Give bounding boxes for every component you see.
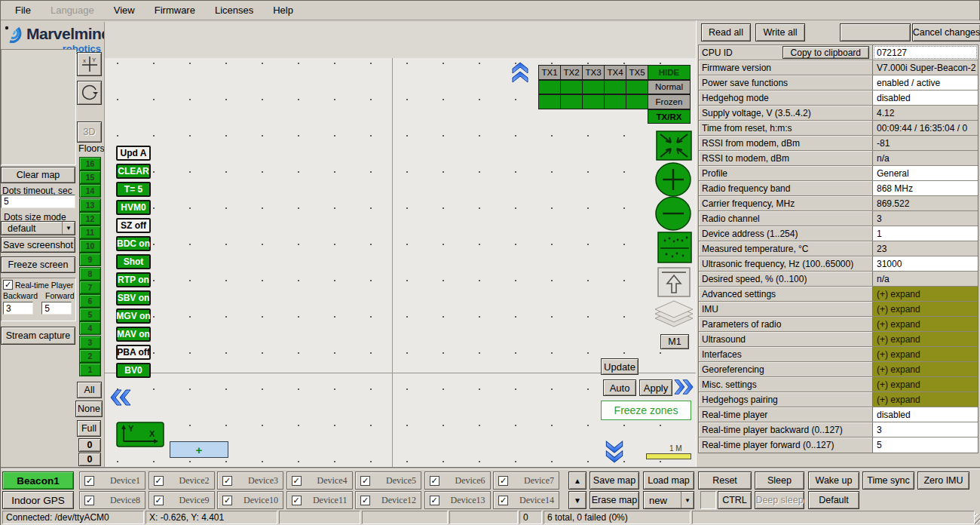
fit-to-screen-button[interactable]: [656, 130, 692, 161]
indoor-gps-tab[interactable]: Indoor GPS: [2, 491, 74, 509]
floor-button-13[interactable]: 13: [79, 198, 101, 212]
floor-button-16[interactable]: 16: [79, 157, 101, 170]
tx-row-label-normal[interactable]: Normal: [648, 80, 691, 95]
menu-item-view[interactable]: View: [104, 1, 145, 20]
param-value[interactable]: 31000: [873, 256, 978, 271]
device-toggle-device8[interactable]: ✓Device8: [79, 491, 145, 509]
param-value[interactable]: 868 MHz: [873, 181, 978, 195]
read-all-button[interactable]: Read all: [701, 23, 751, 41]
device-scroll-up-button[interactable]: ▲: [568, 471, 586, 490]
view-3d-button[interactable]: 3D: [77, 121, 102, 143]
floors-zero-top-button[interactable]: 0: [78, 438, 101, 452]
overlay-button-bv0[interactable]: BV0: [116, 363, 151, 378]
param-value[interactable]: 23: [873, 241, 978, 256]
wake-up-button[interactable]: Wake up: [808, 471, 859, 490]
tx-header-tx2[interactable]: TX2: [560, 65, 583, 80]
freeze-zones-button[interactable]: Freeze zones: [601, 401, 691, 420]
menu-item-licenses[interactable]: Licenses: [205, 1, 263, 20]
floor-button-12[interactable]: 12: [79, 212, 101, 226]
param-value[interactable]: disabled: [873, 91, 978, 105]
param-value[interactable]: (+) expand: [873, 287, 978, 301]
overlay-button-upd-a[interactable]: Upd A: [116, 146, 151, 161]
apply-button[interactable]: Apply: [639, 379, 672, 396]
device-checkbox[interactable]: ✓: [84, 476, 94, 486]
param-value[interactable]: (+) expand: [873, 332, 978, 346]
device-toggle-device13[interactable]: ✓Device13: [424, 491, 491, 509]
load-map-button[interactable]: Load map: [643, 471, 694, 490]
param-value[interactable]: n/a: [873, 151, 978, 165]
zoom-out-button[interactable]: [655, 196, 691, 231]
overlay-button-bdc-on[interactable]: BDC on: [116, 236, 151, 251]
param-value[interactable]: V7.000i Super-Beacon-2: [873, 60, 978, 75]
tx-cell-tx2-r2[interactable]: [560, 94, 583, 109]
floor-button-4[interactable]: 4: [79, 321, 101, 335]
tx-cell-tx3-r2[interactable]: [582, 94, 605, 109]
save-map-button[interactable]: Save map: [590, 471, 639, 490]
map-orientation-icon[interactable]: Y X: [116, 422, 164, 447]
overlay-button-sz-off[interactable]: SZ off: [116, 218, 151, 233]
m1-button[interactable]: M1: [660, 334, 689, 349]
collapse-down-icon[interactable]: [604, 440, 625, 464]
tx-cell-tx2-r1[interactable]: [560, 80, 583, 95]
device-toggle-device11[interactable]: ✓Device11: [286, 491, 353, 509]
device-toggle-device9[interactable]: ✓Device9: [149, 491, 215, 509]
overlay-button-rtp-on[interactable]: RTP on: [116, 272, 151, 287]
copy-to-clipboard-button[interactable]: Copy to clipboard: [782, 46, 869, 59]
dots-timeout-input[interactable]: [1, 195, 75, 208]
erase-map-button[interactable]: Erase map: [590, 491, 639, 509]
overlay-button-mav-on[interactable]: MAV on: [116, 327, 151, 342]
device-toggle-device14[interactable]: ✓Device14: [493, 491, 559, 509]
tx-header-tx4[interactable]: TX4: [604, 65, 626, 80]
device-toggle-device1[interactable]: ✓Device1: [79, 471, 145, 490]
rotate-view-button[interactable]: [77, 81, 102, 105]
param-value[interactable]: -81: [873, 136, 978, 150]
zoom-in-button[interactable]: [655, 162, 691, 197]
add-submap-button[interactable]: +: [170, 441, 228, 458]
collapse-up-icon[interactable]: [510, 61, 530, 84]
device-checkbox[interactable]: ✓: [154, 476, 164, 486]
device-toggle-device5[interactable]: ✓Device5: [355, 471, 421, 490]
floor-button-1[interactable]: 1: [79, 363, 101, 376]
overlay-button-clear[interactable]: CLEAR: [116, 164, 151, 179]
overlay-button-hvm0[interactable]: HVM0: [116, 200, 151, 215]
time-sync-button[interactable]: Time sync: [862, 471, 914, 490]
auto-button[interactable]: Auto: [603, 379, 636, 396]
upload-map-button[interactable]: [657, 267, 691, 297]
device-toggle-device4[interactable]: ✓Device4: [286, 471, 353, 490]
device-checkbox[interactable]: ✓: [360, 496, 370, 505]
floors-all-button[interactable]: All: [77, 382, 102, 398]
param-value[interactable]: 3: [873, 422, 978, 437]
forward-input[interactable]: [41, 302, 72, 315]
floors-zero-bottom-button[interactable]: 0: [78, 453, 101, 466]
device-checkbox[interactable]: ✓: [430, 496, 439, 505]
update-button[interactable]: Update: [601, 358, 639, 375]
floor-button-9[interactable]: 9: [79, 253, 101, 266]
clear-map-button[interactable]: Clear map: [1, 167, 75, 183]
device-checkbox[interactable]: ✓: [430, 476, 439, 486]
param-value[interactable]: General: [873, 166, 978, 180]
floor-button-14[interactable]: 14: [79, 184, 101, 198]
device-checkbox[interactable]: ✓: [498, 476, 508, 486]
device-toggle-device6[interactable]: ✓Device6: [424, 471, 491, 490]
save-screenshot-button[interactable]: Save screenshot: [1, 237, 75, 253]
xy-view-button[interactable]: x Y: [77, 52, 102, 76]
param-value[interactable]: (+) expand: [873, 392, 978, 407]
param-value[interactable]: (+) expand: [873, 302, 978, 316]
overlay-button-t-5[interactable]: T= 5: [116, 182, 151, 197]
realtime-player-checkbox[interactable]: ✓: [3, 280, 13, 290]
empty-button[interactable]: [840, 23, 911, 41]
stream-capture-button[interactable]: Stream capture: [1, 327, 75, 345]
tx-hide-button[interactable]: HIDE: [648, 65, 691, 80]
floor-button-15[interactable]: 15: [79, 170, 101, 184]
floor-button-3[interactable]: 3: [79, 336, 101, 349]
device-checkbox[interactable]: ✓: [222, 496, 232, 505]
device-checkbox[interactable]: ✓: [84, 496, 94, 505]
collapse-left-icon[interactable]: [109, 386, 132, 409]
tx-cell-tx1-r1[interactable]: [538, 80, 561, 95]
default-button[interactable]: Default: [808, 491, 859, 509]
sleep-button[interactable]: Sleep: [755, 471, 804, 490]
tx-txrx-button[interactable]: TX/RX: [648, 109, 691, 124]
backward-input[interactable]: [3, 302, 33, 315]
tx-cell-tx4-r2[interactable]: [604, 94, 626, 109]
reset-button[interactable]: Reset: [698, 471, 752, 490]
